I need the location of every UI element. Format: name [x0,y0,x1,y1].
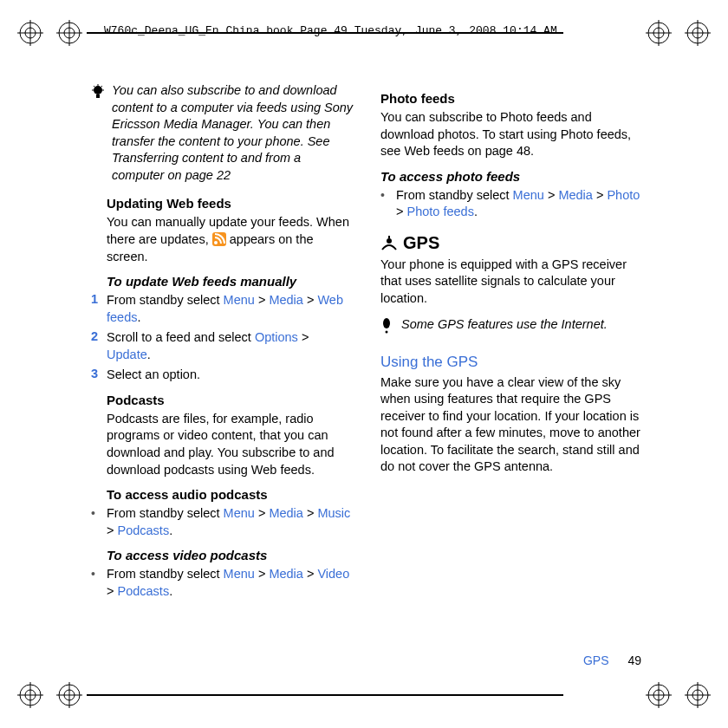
step-body: From standby select Menu > Media > Web f… [107,292,356,326]
bullet-photo: • From standby select Menu > Media > Pho… [380,187,646,221]
bullet-icon: • [91,505,107,539]
tip-text: You can also subscribe to and download c… [112,82,356,184]
bullet-body: From standby select Menu > Media > Photo… [396,187,646,221]
step-body: Select an option. [107,367,200,384]
step-2: 2 Scroll to a feed and select Options > … [91,329,356,363]
footer-section: GPS [583,653,609,667]
svg-line-21 [94,86,95,88]
step-number: 2 [91,329,107,363]
bullet-body: From standby select Menu > Media > Music… [107,505,356,539]
svg-point-25 [387,238,392,244]
body-photo-feeds: You can subscribe to Photo feeds and dow… [380,109,646,160]
heading-updating-web-feeds: Updating Web feeds [107,196,356,211]
registration-mark-icon [56,20,82,46]
page-marker: GPS 49 [583,653,641,667]
header-stamp: W760c_Deena_UG_En China.book Page 49 Tue… [104,24,557,37]
heading-using-gps: Using the GPS [380,354,646,371]
step-number: 1 [91,292,107,326]
bullet-icon: • [91,566,107,600]
gps-title-text: GPS [403,233,439,253]
svg-point-24 [214,241,218,244]
registration-mark-icon [17,20,43,46]
step-number: 3 [91,367,107,384]
left-column: You can also subscribe to and download c… [91,82,356,603]
registration-mark-icon [685,20,711,46]
body-using-gps: Make sure you have a clear view of the s… [380,374,646,476]
registration-mark-icon [56,682,82,708]
rss-icon [212,232,226,246]
svg-point-28 [386,330,388,333]
svg-line-22 [101,86,103,88]
right-column: Photo feeds You can subscribe to Photo f… [380,82,646,603]
step-3: 3 Select an option. [91,367,356,384]
bullet-video: • From standby select Menu > Media > Vid… [91,566,356,600]
heading-audio-podcasts: To access audio podcasts [107,487,356,502]
crop-bar [87,694,563,696]
body-gps: Your phone is equipped with a GPS receiv… [380,257,646,308]
tip-block: You can also subscribe to and download c… [91,82,356,184]
registration-mark-icon [646,682,672,708]
gps-tip: Some GPS features use the Internet. [380,316,646,338]
heading-photo-feeds: Photo feeds [380,91,646,106]
content-columns: You can also subscribe to and download c… [91,82,646,603]
info-bulb-icon [380,316,394,338]
tip-bulb-icon [91,82,105,184]
heading-podcasts: Podcasts [107,393,356,407]
body-updating: You can manually update your feeds. When… [107,214,356,265]
heading-access-photo: To access photo feeds [380,169,646,184]
heading-video-podcasts: To access video podcasts [107,548,356,562]
svg-point-27 [383,318,390,328]
step-body: Scroll to a feed and select Options > Up… [107,329,356,363]
bullet-body: From standby select Menu > Media > Video… [107,566,356,600]
svg-rect-17 [96,94,100,98]
bullet-icon: • [380,187,396,221]
gps-tip-text: Some GPS features use the Internet. [401,316,608,338]
bullet-audio: • From standby select Menu > Media > Mus… [91,505,356,539]
footer-page: 49 [627,653,641,667]
step-1: 1 From standby select Menu > Media > Web… [91,292,356,326]
body-podcasts: Podcasts are files, for example, radio p… [107,411,356,478]
heading-gps: GPS [380,233,646,253]
registration-mark-icon [646,20,672,46]
registration-mark-icon [685,682,711,708]
heading-manual-update: To update Web feeds manually [107,274,356,289]
footer-crop-row [0,679,728,711]
registration-mark-icon [17,682,43,708]
gps-satellite-icon [380,234,398,251]
